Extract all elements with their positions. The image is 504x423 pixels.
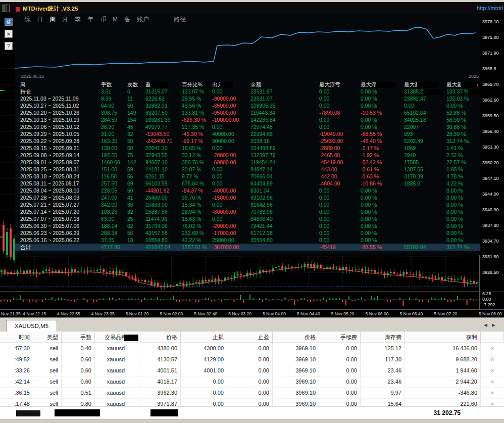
menu-item-季[interactable]: 季 [75,15,81,24]
stats-cell [127,244,145,251]
indicator-link[interactable]: http://mtdri [477,5,503,11]
stats-cell: 15.63 % [182,215,212,222]
stats-cell: 4717.85 [101,244,127,251]
close-order-icon[interactable]: × [481,377,504,387]
stats-cell: 284.59 [101,116,127,123]
stats-cell: 2025.10.27 ~ 2025.11.02 [20,102,101,109]
trade-cell-symbol: xauusd [95,388,140,398]
trade-cell-symbol: xauusd [95,354,140,365]
stats-cell: 312.74 % [446,244,477,251]
stats-cell: 0.00 [319,102,361,109]
trade-cell-tp: 0.00 [227,377,273,387]
stats-cell: 0.00 [319,123,361,130]
tab-xauusd-m5[interactable]: XAUUSD,M5 [6,320,57,332]
stats-cell: 2025.09.15 ~ 2025.09.21 [20,145,101,152]
stats-total-row: 合计4717.85421847.041287.81 %-367000.00-45… [15,244,480,251]
stats-cell: 1885.5 [404,180,446,187]
trade-row[interactable]: :42:14sell0.60xauusd4018.170.000.003969.… [0,377,504,388]
stats-cell: 108305.35 [250,102,319,109]
stats-cell: 2025.10.20 ~ 2025.10.26 [20,109,101,116]
trade-cell-time: :36:15 [0,388,33,398]
stats-cell: 2025.08.11 ~ 2025.08.17 [20,180,101,187]
close-order-icon[interactable]: × [481,365,504,376]
menu-item-月[interactable]: 月 [62,15,68,24]
stats-cell [404,208,446,215]
stats-cell: 63207.50 [145,109,182,116]
trade-cell-sl: 4129.00 [181,354,227,365]
trade-row[interactable]: :49:52sell0.60xauusd4130.574129.000.0039… [0,354,504,365]
stats-cell: 28.55 % [182,95,212,102]
close-order-icon[interactable]: × [481,354,504,365]
time-axis-label: 5 Nov 07:20 [434,311,457,316]
trade-cell-swap: 117.30 [361,354,405,365]
stats-cell: 0.00 [319,237,361,244]
trade-row[interactable]: :57:30sell0.40xauusd4380.004300.000.0039… [0,343,504,354]
stats-cell: 0.00 % [361,102,404,109]
stats-row: 2025.09.08 ~ 2025.09.14197.007532943.553… [15,152,480,159]
trade-cell-commission: 0.00 [319,354,361,365]
indicator-status-icon [16,7,20,12]
tab-scroll-right-icon[interactable]: ▶ [492,322,495,327]
trade-header-cell: 时间 [0,332,33,343]
stats-cell: 10554.80 [145,237,182,244]
stats-cell: 0.00 % [446,187,477,194]
trade-cell-profit: 1 944.60 [405,365,481,376]
menu-item-M[interactable]: M [113,16,118,23]
close-order-icon[interactable]: × [481,388,504,398]
trade-row[interactable]: :33:26sell0.60xauusd4001.514001.000.0039… [0,365,504,377]
menu-item-备[interactable]: 备 [124,15,130,24]
stats-cell: 25000.00 [212,237,250,244]
menu-item-币[interactable]: 币 [100,15,106,24]
stats-cell: 1.41 % [446,145,477,152]
time-axis-label: 5 Nov 04:40 [297,311,320,316]
trade-cell-tp: 0.00 [227,343,273,354]
stats-cell: -626.30 % [182,116,212,123]
menu-item-日[interactable]: 日 [37,15,43,24]
stats-cell: 228.05 [101,187,127,194]
stats-cell: 2025.07.28 ~ 2025.08.03 [20,194,101,201]
indicator-scale-label: 0.00 [482,297,491,302]
stats-cell: 36 [127,201,145,208]
price-scale-label: 3940.90 [482,207,499,212]
stats-cell: 2.32 % [446,152,477,159]
stats-cell: 32 [127,130,145,137]
stats-row: 2025.08.18 ~ 2025.08.24116.50566261.159.… [15,173,480,180]
stats-cell: 33.12 % [182,152,212,159]
stats-header-cell: 手数 [101,81,127,88]
stats-cell: 0.00 [319,201,361,208]
price-scale-label: 3978.10 [482,19,499,24]
trade-header-cell: 库存费 [361,332,405,343]
menu-item-周[interactable]: 周 [49,15,56,24]
tab-scroll-left-icon[interactable]: ◀ [484,322,487,327]
price-scale-label: 3956.40 [482,129,499,134]
menu-item-账户[interactable]: 账户 [137,15,149,24]
price-scale-label: 3947.10 [482,176,499,181]
stats-cell: -95000.00 [212,109,250,116]
time-axis-label: 5 Nov 03:20 [228,311,251,316]
close-order-icon[interactable]: × [481,343,504,354]
redaction-box [16,410,40,416]
stats-cell: 81642.96 [250,201,319,208]
menu-item-path[interactable]: 路径 [174,15,186,24]
trade-row[interactable]: :36:15sell0.51xauusd3962.300.000.003969.… [0,388,504,399]
stats-cell: -40000.00 [212,187,250,194]
trade-cell-type: sell [33,343,62,354]
stats-cell: -35000.00 [212,102,250,109]
equity-start-date: 2025.06.16 [21,74,44,79]
stats-cell: -30000.00 [212,208,250,215]
trade-cell-time: :33:26 [0,365,33,376]
stats-cell: 0.00 [212,201,250,208]
stats-cell: 58.90 % [446,116,477,123]
stats-cell: 0.00 % [446,102,477,109]
stats-cell: 15887.56 [145,208,182,215]
time-axis-label: 5 Nov 06:40 [399,311,423,316]
stats-cell: 56 [127,229,145,237]
menu-item-综[interactable]: 综 [24,15,30,24]
stats-cell: 2025.07.14 ~ 2025.07.20 [20,208,101,215]
stats-cell: 2038.18 [250,137,319,145]
menu-item-年[interactable]: 年 [87,15,93,24]
stats-cell [250,244,319,251]
redaction-box [220,82,233,88]
stats-cell: 40000.00 [212,130,250,137]
stats-header-cell: 周 [20,81,101,88]
